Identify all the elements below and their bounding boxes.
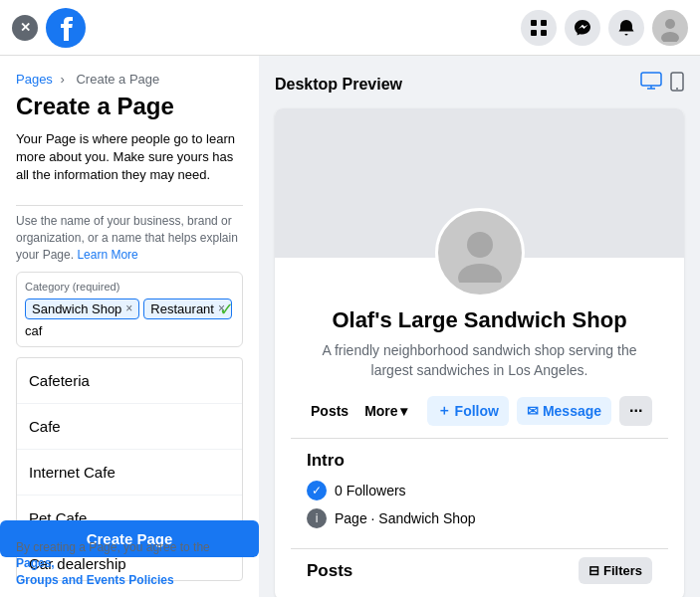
page-title: Create a Page — [16, 93, 243, 120]
message-icon: ✉ — [527, 403, 539, 419]
profile-avatar — [435, 208, 525, 298]
svg-point-5 — [665, 19, 675, 29]
tag-sandwich-shop[interactable]: Sandwich Shop × — [25, 298, 139, 319]
user-avatar[interactable] — [652, 10, 688, 46]
posts-section: Posts ⊟ Filters — [291, 548, 668, 592]
divider — [16, 205, 243, 206]
preview-header: Desktop Preview — [275, 72, 684, 97]
svg-rect-7 — [641, 73, 661, 86]
topbar-left: ✕ — [12, 8, 86, 48]
mobile-preview-icon[interactable] — [670, 72, 684, 97]
page-type-item: i Page · Sandwich Shop — [307, 508, 652, 528]
pages-terms-link[interactable]: Pages, — [16, 556, 55, 570]
followers-icon: ✓ — [307, 481, 327, 500]
category-input[interactable] — [25, 323, 65, 338]
message-button[interactable]: ✉ Message — [517, 397, 611, 425]
dropdown-item-cafe[interactable]: Cafe — [17, 404, 242, 450]
profile-cover — [275, 108, 684, 258]
right-panel: Desktop Preview — [259, 56, 700, 597]
preview-card: Olaf's Large Sandwich Shop A friendly ne… — [275, 108, 684, 597]
dropdown-item-internet-cafe[interactable]: Internet Cafe — [17, 450, 242, 496]
intro-title: Intro — [307, 451, 652, 471]
filters-button[interactable]: ⊟ Filters — [579, 557, 652, 584]
svg-point-13 — [458, 264, 502, 283]
grid-icon[interactable] — [521, 10, 557, 46]
posts-header: Posts ⊟ Filters — [307, 557, 652, 584]
svg-point-12 — [467, 232, 493, 258]
messenger-icon[interactable] — [565, 10, 600, 46]
more-tab[interactable]: More ▾ — [360, 397, 410, 425]
terms-text: By creating a Page, you agree to the Pag… — [16, 539, 243, 589]
hint-text: Use the name of your business, brand or … — [16, 213, 243, 263]
page-name: Olaf's Large Sandwich Shop — [291, 307, 668, 333]
svg-point-6 — [661, 32, 679, 42]
filter-icon: ⊟ — [588, 563, 599, 578]
svg-rect-2 — [541, 20, 547, 26]
followers-item: ✓ 0 Followers — [307, 481, 652, 500]
dropdown-item-cafeteria[interactable]: Cafeteria — [17, 358, 242, 404]
topbar: ✕ — [0, 0, 700, 56]
svg-rect-3 — [531, 30, 537, 36]
main-content: Pages › Create a Page Create a Page Your… — [0, 56, 700, 597]
posts-title: Posts — [307, 561, 352, 581]
learn-more-link[interactable]: Learn More — [77, 248, 137, 262]
follow-icon: ＋ — [437, 402, 451, 420]
tag-remove-sandwich-shop[interactable]: × — [125, 301, 132, 315]
follow-button[interactable]: ＋ Follow — [427, 396, 509, 426]
more-actions-button[interactable]: ··· — [619, 396, 652, 426]
breadcrumb: Pages › Create a Page — [16, 72, 243, 87]
preview-icons — [640, 72, 684, 97]
posts-tab[interactable]: Posts — [307, 397, 352, 425]
tag-label: Restaurant — [150, 301, 214, 316]
groups-events-link[interactable]: Groups and Events Policies — [16, 573, 174, 587]
description-text: Your Page is where people go to learn mo… — [16, 130, 243, 185]
page-actions: Posts More ▾ ＋ Follow ✉ Message ··· — [291, 388, 668, 439]
desktop-preview-icon[interactable] — [640, 72, 662, 97]
left-panel: Pages › Create a Page Create a Page Your… — [0, 56, 259, 597]
close-button[interactable]: ✕ — [12, 15, 38, 41]
svg-rect-1 — [531, 20, 537, 26]
topbar-right — [521, 10, 688, 46]
pages-link[interactable]: Pages — [16, 72, 53, 87]
intro-section: Intro ✓ 0 Followers i Page · Sandwich Sh… — [291, 439, 668, 548]
category-tags: Sandwich Shop × Restaurant × — [25, 298, 234, 338]
facebook-logo — [46, 8, 86, 48]
tag-label: Sandwich Shop — [32, 301, 121, 316]
check-icon: ✓ — [219, 298, 234, 320]
page-type-icon: i — [307, 508, 327, 528]
page-description: A friendly neighborhood sandwich shop se… — [291, 333, 668, 388]
svg-rect-4 — [541, 30, 547, 36]
svg-point-11 — [676, 88, 678, 90]
category-label: Category (required) — [25, 281, 234, 293]
notifications-icon[interactable] — [608, 10, 644, 46]
category-field: Category (required) Sandwich Shop × Rest… — [16, 272, 243, 347]
preview-title: Desktop Preview — [275, 76, 402, 94]
